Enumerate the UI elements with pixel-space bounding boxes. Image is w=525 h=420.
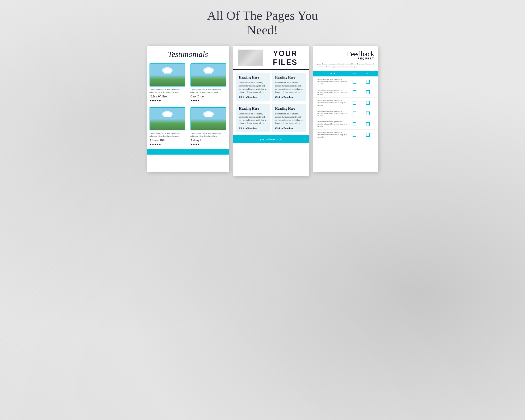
file-card-heading-3: Heading Here (239, 107, 267, 111)
testimonial-image-1 (150, 63, 185, 86)
download-link-3[interactable]: Click to Download (239, 127, 267, 129)
testimonials-bottom-band (147, 149, 229, 155)
stars-1: ★★★★★ (150, 99, 185, 102)
feedback-checkbox-no-5[interactable] (362, 133, 374, 137)
feedback-checkbox-no-4[interactable] (362, 122, 374, 126)
feedback-description: ipsum dolor sit amet, consectetur adipis… (313, 63, 378, 71)
feedback-title-script: Feedback (317, 50, 374, 58)
testimonial-text-2: Lorem ipsum dolor sit amet, consectetur … (190, 88, 226, 93)
feedback-row-text-3: t enim ad minim veniam, quis nostrud xer… (317, 110, 347, 117)
page-title: All Of The Pages You Need! (207, 8, 318, 37)
feedback-row-text-0: t enim ad minim veniam, quis nostrud xer… (317, 78, 347, 85)
feedback-checkbox-yes-4[interactable] (348, 122, 361, 126)
list-item: Lorem ipsum dolor sit amet, consectetur … (147, 61, 188, 105)
feedback-col-no: NO (362, 73, 374, 75)
testimonial-image-2 (190, 63, 226, 86)
table-row: t enim ad minim veniam, quis nostrud xer… (313, 98, 378, 108)
feedback-checkbox-no-1[interactable] (362, 90, 374, 94)
file-card-1: Heading Here Lorem ipsum dolor sit amet,… (236, 73, 270, 101)
testimonial-image-4 (190, 107, 226, 131)
testimonials-header: Testimonials (147, 46, 229, 61)
page-title-line2: Need! (247, 23, 278, 37)
files-header-image (238, 50, 263, 66)
feedback-rows: t enim ad minim veniam, quis nostrud xer… (313, 76, 378, 140)
feedback-checkbox-no-0[interactable] (362, 80, 374, 84)
testimonial-name-4: Ashley H (190, 139, 226, 142)
list-item: Lorem ipsum dolor sit amet, consectetur … (188, 61, 229, 105)
files-grid: Heading Here Lorem ipsum dolor sit amet,… (233, 70, 309, 135)
file-card-text-2: Lorem ipsum dolor sit amet, consectetur … (275, 81, 303, 94)
stars-2: ★★★★ (190, 99, 226, 102)
table-row: t enim ad minim veniam, quis nostrud xer… (313, 119, 378, 130)
feedback-row-text-2: t enim ad minim veniam, quis nostrud xer… (317, 99, 347, 106)
file-card-text-1: Lorem ipsum dolor sit amet, consectetur … (239, 81, 267, 94)
testimonial-image-3 (150, 107, 185, 131)
feedback-checkbox-yes-0[interactable] (348, 80, 361, 84)
list-item: Lorem ipsum dolor sit amet, consectetur … (188, 105, 229, 149)
testimonial-text-3: Lorem ipsum dolor sit amet, consectetur … (150, 132, 185, 137)
stars-4: ★★★★ (190, 143, 226, 146)
feedback-title-block: REQUEST (317, 57, 374, 60)
download-link-4[interactable]: Click to Download (275, 127, 303, 129)
feedback-checkbox-no-3[interactable] (362, 112, 374, 115)
feedback-checkbox-yes-1[interactable] (348, 90, 361, 94)
files-footer-text: yourwebsite.com (260, 138, 282, 141)
table-row: t enim ad minim veniam, quis nostrud xer… (313, 108, 378, 119)
file-card-heading-1: Heading Here (239, 75, 267, 79)
feedback-header: Feedback REQUEST (313, 46, 378, 63)
testimonial-name-2: Cary Brow (190, 95, 226, 98)
files-header: YOUR FILES (233, 46, 309, 70)
feedback-checkbox-no-2[interactable] (362, 101, 374, 105)
files-title: YOUR FILES (267, 49, 304, 67)
feedback-checkbox-yes-5[interactable] (348, 133, 361, 137)
feedback-col-yes: YES (348, 73, 361, 75)
feedback-checkbox-yes-3[interactable] (348, 112, 361, 115)
testimonials-page: Testimonials Lorem ipsum dolor sit amet,… (147, 46, 229, 172)
download-link-1[interactable]: Click to Download (239, 96, 267, 98)
page-title-line1: All Of The Pages You (207, 9, 318, 22)
feedback-row-text-5: t enim ad minim veniam, quis nostrud xer… (317, 131, 347, 138)
testimonial-text-4: Lorem ipsum dolor sit amet, consectetur … (190, 132, 226, 137)
files-page: YOUR FILES Heading Here Lorem ipsum dolo… (233, 46, 309, 176)
feedback-row-text-1: t enim ad minim veniam, quis nostrud xer… (317, 89, 347, 96)
testimonial-text-1: Lorem ipsum dolor sit amet, consectetur … (150, 88, 185, 93)
stars-3: ★★★★★ (150, 143, 185, 146)
feedback-col-title: TITLE (317, 73, 347, 75)
feedback-checkbox-yes-2[interactable] (348, 101, 361, 105)
feedback-row-text-4: t enim ad minim veniam, quis nostrud xer… (317, 121, 347, 128)
documents-container: Testimonials Lorem ipsum dolor sit amet,… (147, 46, 378, 176)
testimonial-name-3: Alisson Bill (150, 139, 185, 142)
file-card-heading-2: Heading Here (275, 75, 303, 79)
download-link-2[interactable]: Click to Download (275, 96, 303, 98)
file-card-heading-4: Heading Here (275, 107, 303, 111)
files-title-area: YOUR FILES (267, 49, 304, 67)
files-footer: yourwebsite.com (233, 135, 309, 143)
list-item: Lorem ipsum dolor sit amet, consectetur … (147, 105, 188, 149)
testimonials-title: Testimonials (151, 50, 225, 59)
file-card-3: Heading Here Lorem ipsum dolor sit amet,… (236, 104, 270, 132)
testimonial-name-1: Helen Whilson (150, 95, 185, 98)
table-row: t enim ad minim veniam, quis nostrud xer… (313, 87, 378, 98)
feedback-table-header: TITLE YES NO (313, 71, 378, 76)
feedback-page: Feedback REQUEST ipsum dolor sit amet, c… (313, 46, 378, 172)
file-card-text-3: Lorem ipsum dolor sit amet, consectetur … (239, 112, 267, 125)
file-card-2: Heading Here Lorem ipsum dolor sit amet,… (272, 73, 306, 101)
file-card-4: Heading Here Lorem ipsum dolor sit amet,… (272, 104, 306, 132)
table-row: t enim ad minim veniam, quis nostrud xer… (313, 76, 378, 87)
file-card-text-4: Lorem ipsum dolor sit amet, consectetur … (275, 112, 303, 125)
table-row: t enim ad minim veniam, quis nostrud xer… (313, 130, 378, 140)
testimonial-grid: Lorem ipsum dolor sit amet, consectetur … (147, 61, 229, 149)
